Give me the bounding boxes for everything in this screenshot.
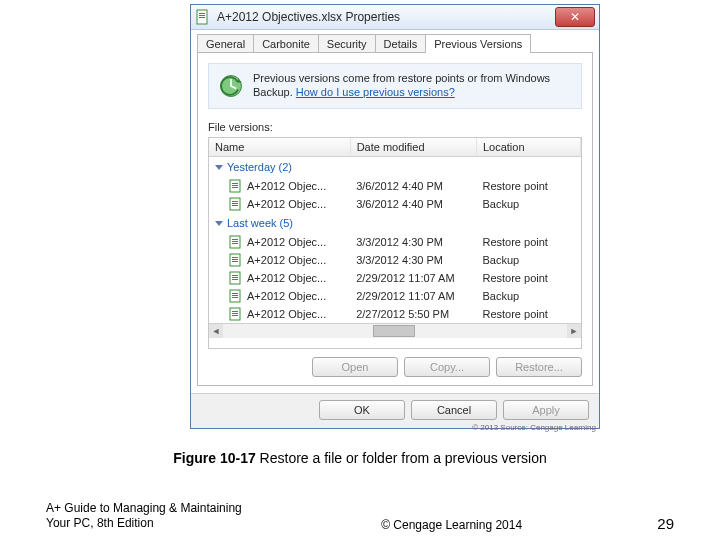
tab-previous-versions[interactable]: Previous Versions: [425, 34, 531, 53]
info-text: Previous versions come from restore poin…: [253, 72, 573, 100]
svg-rect-24: [232, 277, 238, 278]
svg-rect-32: [232, 313, 238, 314]
apply-button[interactable]: Apply: [503, 400, 589, 420]
list-item[interactable]: A+2012 Objec...3/6/2012 4:40 PMBackup: [209, 195, 581, 213]
horizontal-scrollbar[interactable]: ◄ ►: [209, 323, 581, 338]
scroll-right-icon[interactable]: ►: [567, 324, 581, 338]
properties-dialog: A+2012 Objectives.xlsx Properties ✕ Gene…: [190, 4, 600, 429]
tab-general[interactable]: General: [197, 34, 254, 53]
svg-rect-17: [232, 243, 238, 244]
open-button[interactable]: Open: [312, 357, 398, 377]
tab-body: Previous versions come from restore poin…: [197, 52, 593, 386]
restore-button[interactable]: Restore...: [496, 357, 582, 377]
svg-rect-20: [232, 259, 238, 260]
list-item[interactable]: A+2012 Objec...3/3/2012 4:30 PMBackup: [209, 251, 581, 269]
ok-button[interactable]: OK: [319, 400, 405, 420]
tab-security[interactable]: Security: [318, 34, 376, 53]
cancel-button[interactable]: Cancel: [411, 400, 497, 420]
svg-rect-29: [232, 297, 238, 298]
list-item[interactable]: A+2012 Objec...3/3/2012 4:30 PMRestore p…: [209, 233, 581, 251]
file-icon: [229, 289, 243, 303]
scroll-track[interactable]: [223, 324, 567, 338]
svg-rect-31: [232, 311, 238, 312]
version-actions: Open Copy... Restore...: [208, 357, 582, 377]
expand-icon: [215, 221, 223, 226]
clock-shield-icon: [217, 72, 245, 100]
svg-rect-15: [232, 239, 238, 240]
col-date[interactable]: Date modified: [350, 138, 476, 157]
scroll-left-icon[interactable]: ◄: [209, 324, 223, 338]
file-icon: [229, 235, 243, 249]
tab-details[interactable]: Details: [375, 34, 427, 53]
list-item[interactable]: A+2012 Objec...2/29/2012 11:07 AMRestore…: [209, 269, 581, 287]
svg-rect-3: [199, 17, 205, 18]
svg-rect-7: [232, 183, 238, 184]
svg-rect-12: [232, 203, 238, 204]
file-icon: [195, 9, 211, 25]
col-name[interactable]: Name: [209, 138, 350, 157]
page-footer: A+ Guide to Managing & Maintaining Your …: [46, 501, 674, 532]
svg-rect-23: [232, 275, 238, 276]
info-banner: Previous versions come from restore poin…: [208, 63, 582, 109]
svg-rect-1: [199, 13, 205, 14]
page-number: 29: [657, 515, 674, 532]
svg-rect-25: [232, 279, 238, 280]
figure-caption: Figure 10-17 Restore a file or folder fr…: [0, 450, 720, 466]
list-item[interactable]: A+2012 Objec...2/27/2012 5:50 PMRestore …: [209, 305, 581, 323]
svg-rect-28: [232, 295, 238, 296]
help-link[interactable]: How do I use previous versions?: [296, 86, 455, 98]
svg-rect-11: [232, 201, 238, 202]
svg-rect-13: [232, 205, 238, 206]
close-icon: ✕: [570, 11, 580, 23]
tab-strip: General Carbonite Security Details Previ…: [191, 30, 599, 53]
file-icon: [229, 271, 243, 285]
file-icon: [229, 197, 243, 211]
window-title: A+2012 Objectives.xlsx Properties: [217, 10, 555, 24]
file-icon: [229, 253, 243, 267]
col-location[interactable]: Location: [476, 138, 580, 157]
tab-carbonite[interactable]: Carbonite: [253, 34, 319, 53]
list-group[interactable]: Yesterday (2): [209, 157, 581, 178]
svg-rect-9: [232, 187, 238, 188]
list-item[interactable]: A+2012 Objec...2/29/2012 11:07 AMBackup: [209, 287, 581, 305]
svg-rect-27: [232, 293, 238, 294]
copyright: © Cengage Learning 2014: [381, 518, 522, 532]
versions-list[interactable]: Name Date modified Location Yesterday (2…: [208, 137, 582, 349]
list-group[interactable]: Last week (5): [209, 213, 581, 233]
book-title: A+ Guide to Managing & Maintaining Your …: [46, 501, 246, 532]
file-icon: [229, 307, 243, 321]
svg-rect-2: [199, 15, 205, 16]
expand-icon: [215, 165, 223, 170]
svg-rect-16: [232, 241, 238, 242]
file-versions-label: File versions:: [208, 121, 582, 133]
svg-rect-19: [232, 257, 238, 258]
copy-button[interactable]: Copy...: [404, 357, 490, 377]
file-icon: [229, 179, 243, 193]
titlebar[interactable]: A+2012 Objectives.xlsx Properties ✕: [191, 5, 599, 30]
list-item[interactable]: A+2012 Objec...3/6/2012 4:40 PMRestore p…: [209, 177, 581, 195]
svg-rect-21: [232, 261, 238, 262]
svg-rect-8: [232, 185, 238, 186]
image-credit: © 2013 Source: Cengage Learning: [472, 423, 596, 432]
svg-rect-33: [232, 315, 238, 316]
scroll-thumb[interactable]: [373, 325, 415, 337]
close-button[interactable]: ✕: [555, 7, 595, 27]
